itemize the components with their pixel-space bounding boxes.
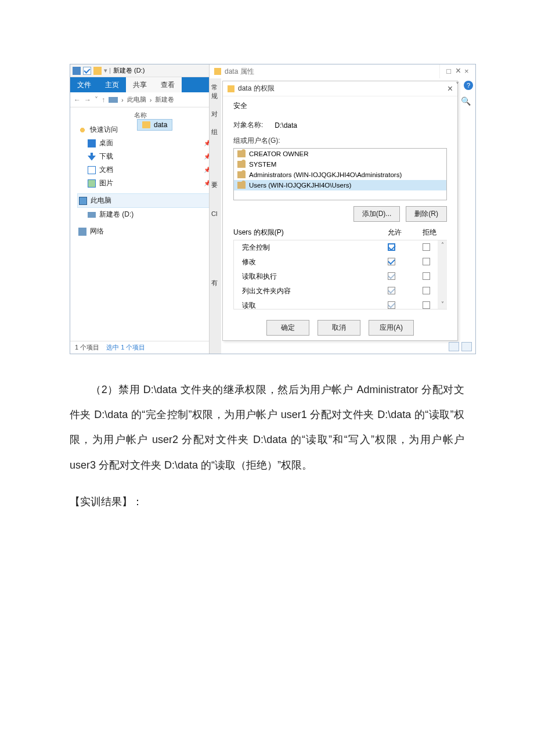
maximize-icon[interactable]: □ — [440, 64, 458, 78]
search-icon-area[interactable]: 🔍 — [461, 96, 471, 106]
crumb-sep: › — [121, 96, 124, 103]
cancel-button[interactable]: 取消 — [317, 320, 360, 336]
file-list: data — [137, 119, 172, 131]
nav-volume[interactable]: 新建卷 (D:) — [77, 208, 212, 221]
permissions-list: 完全控制 修改 读取和执行 — [233, 240, 447, 309]
allow-checkbox[interactable] — [388, 243, 395, 251]
properties-title: data 属性 — [225, 67, 254, 77]
view-details-icon[interactable] — [449, 342, 459, 351]
desktop-icon — [88, 139, 96, 147]
perm-row: 完全控制 — [234, 240, 447, 255]
nav-label: 下载 — [99, 152, 113, 161]
nav-down-icon[interactable]: ˅ — [95, 96, 98, 104]
perm-row: 修改 — [234, 255, 447, 269]
breadcrumb[interactable]: ← → ˅ ↑ › 此电脑 › 新建卷 — [70, 92, 215, 107]
deny-checkbox[interactable] — [423, 301, 430, 309]
scroll-down-icon[interactable]: ˅ — [438, 300, 447, 309]
nav-thispc[interactable]: 此电脑 — [77, 193, 212, 208]
group-icon — [237, 161, 246, 168]
tab-view[interactable]: 查看 — [154, 77, 182, 92]
tab-file[interactable]: 文件 — [70, 77, 98, 92]
close-icon[interactable]: × — [458, 64, 476, 78]
nav-downloads[interactable]: 下载📌 — [77, 150, 212, 163]
nav-network[interactable]: 网络 — [77, 225, 212, 238]
status-selected: 选中 1 个项目 — [106, 343, 145, 352]
permissions-titlebar: data 的权限 × — [223, 81, 457, 96]
titlebar-sep: ▾ | — [104, 67, 111, 74]
allow-checkbox[interactable] — [388, 272, 395, 280]
group-label: Users (WIN-IOJQGKJHI4O\Users) — [249, 182, 351, 189]
download-icon — [88, 153, 96, 161]
close-icon[interactable]: × — [448, 84, 453, 94]
tab-share[interactable]: 共享 — [126, 77, 154, 92]
nav-fwd-icon[interactable]: → — [84, 96, 91, 104]
chevron-down-icon[interactable]: ˅ — [456, 81, 459, 89]
scroll-up-icon[interactable]: ˄ — [438, 240, 447, 250]
perm-row: 列出文件夹内容 — [234, 284, 447, 298]
outer-window-controls: □ × — [439, 64, 475, 78]
group-label: Administrators (WIN-IOJQGKJHI4O\Administ… — [249, 171, 402, 178]
nav-up-icon[interactable]: ↑ — [102, 96, 105, 104]
search-icon: 🔍 — [461, 96, 471, 106]
group-icon — [237, 171, 246, 178]
object-name-label: 对象名称: — [233, 120, 263, 130]
nav-pane: 快速访问 桌面📌 下载📌 文档📌 图片📌 此电脑 新建卷 (D:) 网络 — [70, 122, 215, 242]
perm-label: 完全控制 — [237, 243, 374, 253]
deny-checkbox[interactable] — [423, 243, 430, 251]
ok-button[interactable]: 确定 — [266, 320, 309, 336]
perm-row: 读取 — [234, 298, 447, 309]
perm-label: 读取 — [237, 301, 374, 309]
drive-icon — [109, 97, 118, 103]
help-icon[interactable]: ? — [464, 81, 473, 90]
properties-dialog: data 属性 × 常规 对 组 要 Cl 有 data 的权限 × 安全 — [209, 64, 464, 354]
crumb-thispc[interactable]: 此电脑 — [127, 95, 146, 104]
group-item-selected[interactable]: Users (WIN-IOJQGKJHI4O\Users) — [234, 180, 446, 190]
nav-label: 桌面 — [99, 138, 113, 148]
nav-label: 新建卷 (D:) — [99, 210, 134, 219]
deny-checkbox[interactable] — [423, 258, 430, 265]
group-item[interactable]: SYSTEM — [234, 159, 446, 170]
prop-tab[interactable]: 常规 — [210, 78, 221, 105]
nav-documents[interactable]: 文档📌 — [77, 163, 212, 177]
view-large-icon[interactable] — [461, 342, 472, 351]
document-text: （2）禁用 D:\data 文件夹的继承权限，然后为用户帐户 Administr… — [70, 377, 464, 514]
allow-checkbox[interactable] — [388, 258, 395, 265]
tab-security[interactable]: 安全 — [230, 100, 251, 112]
prop-tab: 要 — [210, 176, 221, 194]
add-button[interactable]: 添加(D)... — [353, 206, 400, 222]
allow-checkbox[interactable] — [388, 301, 395, 309]
crumb-volume[interactable]: 新建卷 — [155, 95, 174, 104]
nav-back-icon[interactable]: ← — [74, 96, 81, 104]
group-item[interactable]: CREATOR OWNER — [234, 149, 446, 159]
folder-icon — [142, 121, 150, 128]
pc-icon — [79, 197, 87, 205]
folder-icon — [93, 67, 102, 75]
permissions-title: data 的权限 — [238, 84, 275, 93]
group-label: CREATOR OWNER — [249, 150, 308, 157]
group-icon — [237, 150, 246, 157]
explorer-title: 新建卷 (D:) — [113, 66, 145, 75]
deny-checkbox[interactable] — [423, 287, 430, 294]
allow-checkbox[interactable] — [388, 287, 395, 294]
folder-name: data — [154, 121, 167, 129]
nav-pictures[interactable]: 图片📌 — [77, 177, 212, 190]
explorer-titlebar: ▾ | 新建卷 (D:) — [70, 64, 215, 77]
folder-item-data[interactable]: data — [137, 119, 172, 131]
permissions-dialog: data 的权限 × 安全 对象名称: D:\data 组或用户名(G): CR… — [222, 81, 458, 341]
paragraph: （2）禁用 D:\data 文件夹的继承权限，然后为用户帐户 Administr… — [70, 377, 464, 478]
apply-button[interactable]: 应用(A) — [369, 320, 414, 336]
remove-button[interactable]: 删除(R) — [406, 206, 447, 222]
scrollbar[interactable]: ˄ ˅ — [438, 240, 447, 309]
ribbon-tabs: 文件 主页 共享 查看 — [70, 77, 215, 92]
nav-label: 快速访问 — [90, 125, 118, 135]
groups-listbox[interactable]: CREATOR OWNER SYSTEM Administrators (WIN… — [233, 148, 447, 200]
tab-home[interactable]: 主页 — [98, 77, 126, 92]
pictures-icon — [88, 179, 96, 188]
allow-header: 允许 — [377, 228, 412, 237]
deny-checkbox[interactable] — [423, 272, 430, 280]
nav-desktop[interactable]: 桌面📌 — [77, 136, 212, 150]
group-item[interactable]: Administrators (WIN-IOJQGKJHI4O\Administ… — [234, 170, 446, 180]
explorer-window: ▾ | 新建卷 (D:) 文件 主页 共享 查看 ← → ˅ ↑ › 此电脑 ›… — [70, 64, 215, 354]
outer-toolbar-right: ˅ ? — [456, 81, 473, 90]
perm-label: 修改 — [237, 257, 374, 267]
